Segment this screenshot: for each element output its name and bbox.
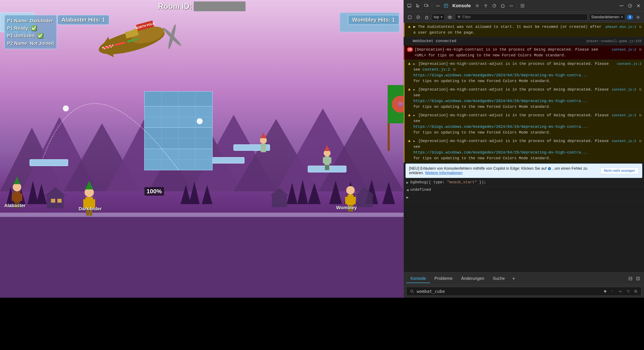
block-btn[interactable]	[406, 14, 413, 21]
alabaster-hits-counter: Alabaster Hits: 1	[57, 15, 110, 25]
case-sensitive-btn[interactable]: Aa	[618, 288, 624, 294]
add-tab-btn[interactable]: +	[510, 275, 518, 282]
copy-btn-2[interactable]: ⧉	[639, 48, 642, 52]
lock-btn[interactable]	[423, 14, 430, 21]
home-icon[interactable]	[499, 2, 506, 10]
console-msg-deprecation-4: ▲ ▶ [Deprecation]-ms-high-contrast-adjus…	[404, 137, 644, 163]
console-msg-deprecation-1: ▲ ▶ [Deprecation]-ms-high-contrast-adjus…	[404, 60, 644, 85]
svg-point-147	[448, 16, 452, 19]
dep3-source[interactable]: content.js:2 ⧉	[612, 113, 642, 118]
clear-btn[interactable]	[415, 14, 422, 21]
svg-text:?: ?	[630, 4, 631, 8]
expand-arrow-2[interactable]: ▶	[413, 88, 415, 91]
deprecation-url-2[interactable]: https://blogs.windows.com/msedgedev/2024…	[413, 99, 588, 103]
code-icon[interactable]: </>	[508, 2, 515, 10]
dep4-source[interactable]: content.js:2 ⧉	[612, 139, 642, 144]
elements-icon[interactable]: </>	[434, 2, 441, 10]
levels-dropdown[interactable]: Standardebenen	[589, 14, 625, 21]
svg-rect-117	[408, 4, 411, 7]
expand-arrow-3[interactable]: ▶	[413, 114, 415, 117]
svg-point-126	[477, 5, 478, 6]
tab-probleme[interactable]: Probleme	[430, 274, 457, 283]
ext-icon[interactable]	[519, 2, 526, 10]
top-selector[interactable]: top	[432, 14, 445, 21]
content-js-link-1[interactable]: content.js:2	[612, 48, 636, 52]
deprecation-error-source[interactable]: content.js:2 ⧉	[612, 47, 642, 52]
performance-icon[interactable]	[490, 2, 498, 10]
copy-btn-5[interactable]: ⧉	[639, 114, 642, 117]
help-icon[interactable]: ?	[626, 2, 634, 10]
dark4nder-label: Dark4nder	[78, 206, 102, 212]
expand-panel-icon[interactable]	[635, 275, 642, 282]
inspect-icon[interactable]	[406, 2, 413, 10]
wombley-label: Wombley	[336, 205, 357, 211]
console-icon[interactable]	[442, 2, 450, 10]
clear-btn-2[interactable]	[633, 288, 639, 294]
dep1-source[interactable]: content.js:2	[617, 61, 642, 67]
content-js-link-3[interactable]: content.js:2	[612, 88, 636, 92]
expand-arrow-1[interactable]: ▶	[413, 62, 415, 66]
deprecation-url-4[interactable]: https://blogs.windows.com/msedgedev/2024…	[413, 150, 588, 154]
clear-search-btn[interactable]	[602, 288, 608, 294]
svg-point-153	[638, 17, 639, 18]
copy-btn-3[interactable]: ⧉	[453, 68, 456, 72]
tab-suche[interactable]: Suche	[488, 274, 509, 283]
responsive-icon[interactable]	[422, 2, 430, 10]
deprecation-url-1[interactable]: https://blogs.windows.com/msedgedev/2024…	[413, 73, 588, 77]
search-input[interactable]	[417, 289, 600, 294]
bottom-tabs-bar: Konsole Probleme Änderungen Suche +	[404, 272, 644, 285]
websocket-source[interactable]: phaser-snowball-game.js:328	[586, 39, 642, 44]
room-id-bar: Room ID: ████████	[0, 0, 404, 13]
devtools-panel: </> Konsole </>	[404, 0, 644, 298]
expand-arrow-4[interactable]: ▶	[413, 139, 415, 143]
svg-marker-146	[441, 17, 442, 18]
wombley-hits-counter: Wombley Hits: 1	[348, 15, 399, 25]
copy-btn[interactable]: ⧉	[639, 25, 642, 29]
left-arrow-1: ◀	[406, 188, 409, 192]
p1-ready: P1 Ready: ✅	[7, 25, 54, 32]
content-js-link-2[interactable]: content.js:2	[617, 62, 642, 66]
console-empty-prompt[interactable]: ▶	[404, 194, 644, 201]
content-js-link-5[interactable]: content.js:2	[612, 139, 636, 143]
audiocontext-source[interactable]: phaser.min.js:1 ⧉	[606, 25, 642, 30]
console-input-bg-debug[interactable]: ▶ bgDebug({ type: "moasb_start" });	[404, 179, 644, 186]
svg-marker-152	[621, 17, 623, 18]
search-icon[interactable]	[409, 288, 415, 294]
svg-line-144	[417, 16, 419, 18]
regex-btn[interactable]: .*	[610, 288, 616, 294]
svg-point-136	[621, 5, 622, 6]
content-js-link-4[interactable]: content.js:2	[612, 114, 636, 117]
copy-btn-6[interactable]: ⧉	[639, 139, 642, 143]
eye-btn[interactable]	[446, 14, 453, 21]
tab-aenderungen[interactable]: Änderungen	[457, 274, 488, 283]
tab-konsole[interactable]: Konsole	[406, 274, 430, 283]
svg-text:.*: .*	[611, 290, 613, 293]
settings-gear-icon[interactable]	[474, 2, 481, 10]
copy-btn-4[interactable]: ⧉	[639, 88, 642, 92]
nicht-mehr-anzeigen-btn[interactable]: Nicht mehr anzeigen	[600, 167, 639, 174]
expand-up-icon[interactable]	[627, 275, 634, 282]
console-settings-btn[interactable]	[635, 14, 642, 21]
filter-input-wrapper[interactable]: Filter	[455, 14, 588, 21]
deprecation-url-3[interactable]: https://blogs.windows.com/msedgedev/2024…	[413, 125, 588, 129]
console-messages-area[interactable]: ▲ ▶ The AudioContext was not allowed to …	[404, 23, 644, 272]
weitere-info-link[interactable]: Weitere Informationen	[425, 171, 462, 175]
search-input-wrapper[interactable]: .* Aa	[406, 287, 642, 296]
p1-name: P1 Name: Dark4nder	[7, 17, 54, 25]
warning-icon-3: ▲	[407, 87, 412, 92]
refresh-btn[interactable]	[625, 288, 631, 294]
levels-label: Standardebenen	[591, 15, 619, 19]
error-count-badge[interactable]: 3	[627, 15, 633, 20]
dep2-source[interactable]: content.js:2 ⧉	[612, 87, 642, 92]
close-icon[interactable]	[635, 2, 642, 10]
msedge-link-1[interactable]: content.js:2	[422, 67, 450, 72]
p1-unfrozen: P1 Unfrozen: ✅	[7, 32, 54, 39]
svg-line-129	[494, 5, 495, 6]
phaser-link[interactable]: phaser.min.js:1	[606, 25, 636, 29]
more-icon[interactable]	[618, 2, 625, 10]
console-msg-deprecation-3: ▲ ▶ [Deprecation]-ms-high-contrast-adjus…	[404, 111, 644, 137]
wifi-icon[interactable]	[482, 2, 490, 10]
svg-point-137	[622, 5, 623, 6]
svg-point-148	[449, 17, 450, 18]
pointer-icon[interactable]	[414, 2, 422, 10]
